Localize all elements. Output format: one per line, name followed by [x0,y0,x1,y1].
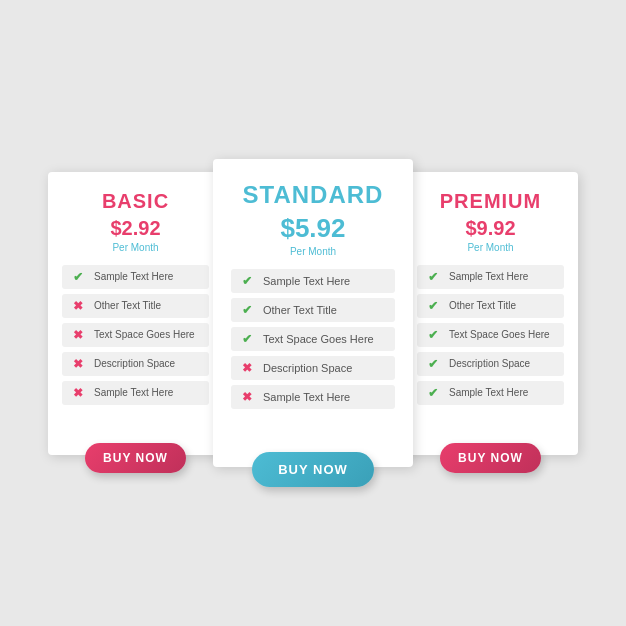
feature-item: ✔Sample Text Here [62,265,209,289]
plan-price-basic: $2.92 [110,217,160,240]
plan-price-premium: $9.92 [465,217,515,240]
feature-text: Sample Text Here [263,275,350,287]
buy-now-button-basic[interactable]: BUY NOW [85,443,186,473]
features-list-basic: ✔Sample Text Here✖Other Text Title✖Text … [62,265,209,405]
feature-text: Sample Text Here [449,387,528,398]
check-icon: ✔ [425,357,441,371]
plan-card-basic: BASIC$2.92Per Month✔Sample Text Here✖Oth… [48,172,223,455]
feature-item: ✔Other Text Title [231,298,395,322]
cross-icon: ✖ [239,361,255,375]
plan-name-premium: PREMIUM [440,190,541,213]
plan-per-month-premium: Per Month [467,242,513,253]
buy-now-button-standard[interactable]: BUY NOW [252,452,374,487]
pricing-container: BASIC$2.92Per Month✔Sample Text Here✖Oth… [48,172,578,455]
feature-text: Description Space [449,358,530,369]
plan-per-month-basic: Per Month [112,242,158,253]
feature-text: Sample Text Here [94,387,173,398]
features-list-standard: ✔Sample Text Here✔Other Text Title✔Text … [231,269,395,409]
feature-text: Other Text Title [263,304,337,316]
feature-text: Text Space Goes Here [449,329,550,340]
check-icon: ✔ [425,270,441,284]
check-icon: ✔ [70,270,86,284]
plan-name-basic: BASIC [102,190,169,213]
check-icon: ✔ [425,328,441,342]
cross-icon: ✖ [70,386,86,400]
feature-text: Sample Text Here [449,271,528,282]
check-icon: ✔ [425,299,441,313]
cross-icon: ✖ [70,299,86,313]
plan-per-month-standard: Per Month [290,246,336,257]
cross-icon: ✖ [70,357,86,371]
cross-icon: ✖ [239,390,255,404]
check-icon: ✔ [239,303,255,317]
feature-text: Description Space [263,362,352,374]
check-icon: ✔ [239,274,255,288]
feature-item: ✔Description Space [417,352,564,376]
cross-icon: ✖ [70,328,86,342]
plan-name-standard: STANDARD [243,181,384,209]
plan-price-standard: $5.92 [280,213,345,244]
plan-card-premium: PREMIUM$9.92Per Month✔Sample Text Here✔O… [403,172,578,455]
plan-card-standard: STANDARD$5.92Per Month✔Sample Text Here✔… [213,159,413,467]
features-list-premium: ✔Sample Text Here✔Other Text Title✔Text … [417,265,564,405]
feature-item: ✖Text Space Goes Here [62,323,209,347]
feature-item: ✔Sample Text Here [231,269,395,293]
feature-item: ✖Sample Text Here [62,381,209,405]
feature-text: Other Text Title [94,300,161,311]
feature-item: ✖Sample Text Here [231,385,395,409]
check-icon: ✔ [239,332,255,346]
buy-now-button-premium[interactable]: BUY NOW [440,443,541,473]
feature-item: ✔Other Text Title [417,294,564,318]
feature-item: ✔Sample Text Here [417,381,564,405]
feature-item: ✔Sample Text Here [417,265,564,289]
feature-text: Description Space [94,358,175,369]
feature-item: ✔Text Space Goes Here [417,323,564,347]
feature-item: ✖Other Text Title [62,294,209,318]
feature-text: Sample Text Here [94,271,173,282]
check-icon: ✔ [425,386,441,400]
feature-text: Sample Text Here [263,391,350,403]
feature-text: Text Space Goes Here [94,329,195,340]
feature-text: Other Text Title [449,300,516,311]
feature-text: Text Space Goes Here [263,333,374,345]
feature-item: ✖Description Space [62,352,209,376]
feature-item: ✔Text Space Goes Here [231,327,395,351]
feature-item: ✖Description Space [231,356,395,380]
